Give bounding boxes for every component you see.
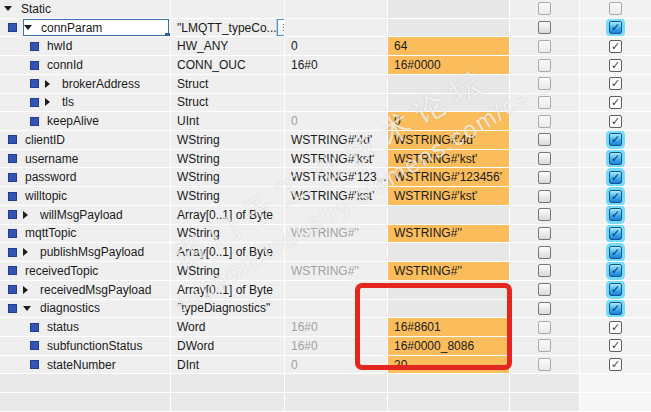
cell-name[interactable]: connId	[0, 56, 170, 74]
expander-slot[interactable]	[45, 80, 60, 88]
cell-start-value[interactable]	[285, 281, 387, 299]
checkbox-col-b[interactable]	[609, 264, 622, 277]
cell-name[interactable]: brokerAddress	[0, 75, 170, 93]
cell-start-value[interactable]	[285, 94, 387, 112]
cell-data-type[interactable]: WString	[171, 187, 284, 205]
cell-start-value[interactable]: 0	[285, 356, 387, 374]
checkbox-col-b[interactable]	[609, 283, 622, 296]
checkbox-col-a[interactable]	[538, 190, 551, 203]
cell-start-value[interactable]: 0	[285, 112, 387, 130]
chevron-down-icon[interactable]	[24, 25, 32, 30]
cell-name[interactable]: tls	[0, 94, 170, 112]
cell-data-type[interactable]: WString	[171, 131, 284, 149]
cell-start-value[interactable]	[285, 206, 387, 224]
cell-name[interactable]: publishMsgPayload	[0, 243, 170, 261]
cell-name[interactable]: stateNumber	[0, 356, 170, 374]
cell-name[interactable]: clientID	[0, 131, 170, 149]
cell-data-type[interactable]: WString	[171, 262, 284, 280]
cell-start-value[interactable]	[285, 300, 387, 318]
cell-start-value[interactable]: 16#0	[285, 56, 387, 74]
cell-name[interactable]: password	[0, 168, 170, 186]
expander-slot[interactable]	[4, 6, 19, 11]
checkbox-col-b[interactable]	[609, 302, 622, 315]
chevron-right-icon[interactable]	[23, 211, 28, 219]
expander-slot[interactable]	[23, 306, 38, 311]
cell-data-type[interactable]: Struct	[171, 94, 284, 112]
cell-name[interactable]: diagnostics	[0, 300, 170, 318]
cell-data-type[interactable]: Array[0..1] of Byte	[171, 281, 284, 299]
checkbox-col-a[interactable]	[538, 302, 551, 315]
cell-start-value[interactable]	[285, 0, 387, 18]
checkbox-col-b[interactable]	[609, 171, 622, 184]
cell-data-type[interactable]: WString	[171, 168, 284, 186]
checkbox-col-a[interactable]	[538, 171, 551, 184]
checkbox-col-b[interactable]	[609, 133, 622, 146]
checkbox-col-a[interactable]	[538, 21, 551, 34]
chevron-right-icon[interactable]	[23, 248, 28, 256]
cell-start-value[interactable]: 16#0	[285, 318, 387, 336]
checkbox-col-a[interactable]	[538, 283, 551, 296]
cell-name[interactable]: willMsgPayload	[0, 206, 170, 224]
checkbox-col-a[interactable]	[538, 152, 551, 165]
cell-start-value[interactable]: WSTRING#''	[285, 225, 387, 243]
cell-data-type[interactable]: UInt	[171, 112, 284, 130]
chevron-right-icon[interactable]	[45, 80, 50, 88]
checkbox-col-b[interactable]	[609, 21, 622, 34]
checkbox-col-b[interactable]	[609, 246, 622, 259]
cell-name[interactable]: status	[0, 318, 170, 336]
cell-data-type[interactable]: WString	[171, 150, 284, 168]
cell-start-value[interactable]: WSTRING#''	[285, 262, 387, 280]
checkbox-col-a[interactable]	[538, 246, 551, 259]
chevron-down-icon[interactable]	[4, 6, 12, 11]
cell-data-type[interactable]: CONN_OUC	[171, 56, 284, 74]
checkbox-col-a[interactable]	[538, 133, 551, 146]
cell-data-type[interactable]: Array[0..1] of Byte	[171, 206, 284, 224]
cell-name[interactable]: receivedMsgPayload	[0, 281, 170, 299]
checkbox-col-a[interactable]	[538, 227, 551, 240]
cell-data-type[interactable]: "typeDiagnostics"	[171, 300, 284, 318]
cell-data-type[interactable]	[171, 0, 284, 18]
cell-name[interactable]: willtopic	[0, 187, 170, 205]
checkbox-col-b[interactable]	[609, 227, 622, 240]
cell-name[interactable]: keepAlive	[0, 112, 170, 130]
cell-name[interactable]: Static	[0, 0, 170, 18]
chevron-right-icon[interactable]	[45, 98, 50, 106]
checkbox-col-b[interactable]	[609, 208, 622, 221]
cell-start-value[interactable]	[285, 243, 387, 261]
cell-start-value[interactable]: 16#0	[285, 337, 387, 355]
browse-type-button[interactable]: ☰	[277, 19, 284, 36]
cell-name[interactable]: username	[0, 150, 170, 168]
cell-data-type[interactable]: WString	[171, 225, 284, 243]
cell-name[interactable]: receivedTopic	[0, 262, 170, 280]
checkbox-col-b[interactable]	[609, 152, 622, 165]
cell-data-type[interactable]: DInt	[171, 356, 284, 374]
chevron-down-icon[interactable]	[23, 306, 31, 311]
checkbox-col-a[interactable]	[538, 208, 551, 221]
cell-name[interactable]: mqttTopic	[0, 225, 170, 243]
cell-start-value[interactable]: WSTRING#'4d'	[285, 131, 387, 149]
cell-name[interactable]: connParam	[0, 19, 170, 37]
checkbox-col-a[interactable]	[538, 264, 551, 277]
cell-data-type[interactable]: "LMQTT_typeCo...☰	[171, 19, 284, 37]
cell-data-type[interactable]: Struct	[171, 75, 284, 93]
expander-slot[interactable]	[24, 25, 39, 30]
expander-slot[interactable]	[45, 98, 60, 106]
cell-start-value[interactable]: WSTRING#'123...	[285, 168, 387, 186]
cell-data-type[interactable]: DWord	[171, 337, 284, 355]
expander-slot[interactable]	[23, 286, 38, 294]
cell-name[interactable]: subfunctionStatus	[0, 337, 170, 355]
cell-start-value[interactable]: WSTRING#'kst'	[285, 187, 387, 205]
cell-data-type[interactable]: HW_ANY	[171, 37, 284, 55]
cell-start-value[interactable]: 0	[285, 37, 387, 55]
cell-name[interactable]: hwId	[0, 37, 170, 55]
checkbox-col-b[interactable]	[609, 190, 622, 203]
selected-name-cell[interactable]: connParam	[23, 19, 169, 36]
expander-slot[interactable]	[23, 211, 38, 219]
cell-data-type[interactable]: Array[0..1] of Byte	[171, 243, 284, 261]
chevron-right-icon[interactable]	[23, 286, 28, 294]
cell-start-value[interactable]	[285, 19, 387, 37]
cell-data-type[interactable]: Word	[171, 318, 284, 336]
cell-start-value[interactable]: WSTRING#'kst'	[285, 150, 387, 168]
cell-start-value[interactable]	[285, 75, 387, 93]
expander-slot[interactable]	[23, 248, 38, 256]
